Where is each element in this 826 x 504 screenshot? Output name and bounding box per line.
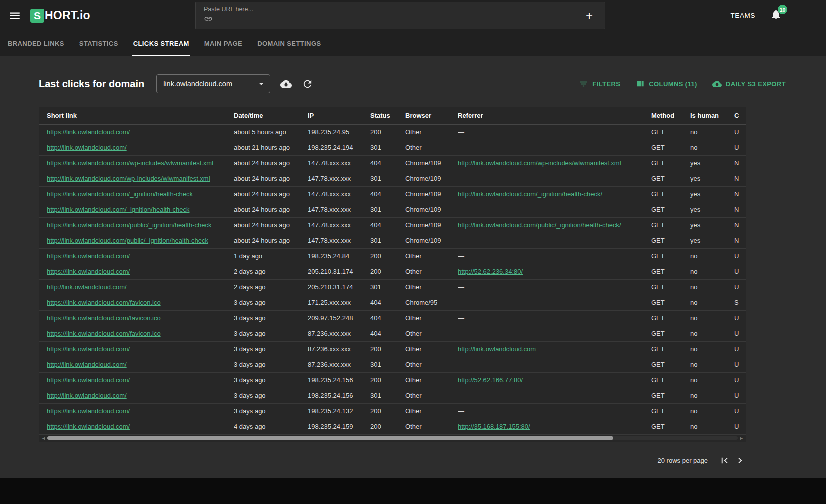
short-link[interactable]: http://link.owlandcloud.com/public/_igni… [47, 237, 208, 244]
country-cell: U [734, 264, 746, 280]
columns-button[interactable]: COLUMNS (11) [635, 80, 697, 89]
ip-cell: 198.235.24.95 [308, 124, 370, 140]
is-human-cell: no [690, 388, 734, 404]
table-row: https://link.owlandcloud.com/favicon.ico… [39, 295, 746, 310]
short-link[interactable]: http://link.owlandcloud.com/ [47, 144, 127, 152]
short-link[interactable]: https://link.owlandcloud.com/ [47, 346, 130, 353]
country-cell: N [734, 171, 746, 186]
method-cell: GET [651, 326, 690, 342]
status-cell: 404 [370, 326, 405, 342]
horizontal-scrollbar[interactable]: ◄ ► [39, 435, 746, 442]
status-cell: 404 [370, 295, 405, 310]
table-row: http://link.owlandcloud.com/2 days ago20… [39, 280, 746, 295]
datetime-cell: about 21 hours ago [234, 140, 308, 156]
menu-button[interactable] [8, 10, 21, 22]
browser-cell: Other [405, 404, 458, 419]
is-human-cell: no [690, 295, 734, 310]
pagination: 20 rows per page [0, 455, 746, 466]
tab-statistics[interactable]: STATISTICS [78, 32, 119, 56]
app: S HORT.io Paste URL here... + TEAMS 10 B… [0, 0, 826, 504]
ip-cell: 198.235.24.132 [308, 404, 370, 419]
short-link[interactable]: https://link.owlandcloud.com/ [47, 423, 130, 430]
short-link[interactable]: http://link.owlandcloud.com/ [47, 392, 127, 400]
short-link[interactable]: https://link.owlandcloud.com/ [47, 376, 130, 384]
short-link[interactable]: https://link.owlandcloud.com/wp-includes… [47, 160, 213, 167]
next-page-button[interactable] [734, 455, 746, 466]
country-cell: U [734, 248, 746, 264]
status-cell: 200 [370, 404, 405, 419]
datetime-cell: 3 days ago [234, 404, 308, 419]
short-link[interactable]: https://link.owlandcloud.com/favicon.ico [47, 299, 161, 306]
scroll-left-icon[interactable]: ◄ [40, 435, 47, 442]
scrollbar-thumb[interactable] [47, 436, 614, 440]
referrer-link[interactable]: http://link.owlandcloud.com/_ignition/he… [458, 190, 602, 198]
filters-button[interactable]: FILTERS [579, 80, 620, 89]
topbar: S HORT.io Paste URL here... + TEAMS 10 [0, 0, 826, 32]
table-row: https://link.owlandcloud.com/_ignition/h… [39, 186, 746, 202]
ip-cell: 147.78.xxx.xxx [308, 171, 370, 186]
tab-domain-settings[interactable]: DOMAIN SETTINGS [256, 32, 322, 56]
method-cell: GET [651, 357, 690, 372]
add-link-button[interactable]: + [586, 10, 593, 22]
country-cell: N [734, 202, 746, 218]
short-link[interactable]: http://link.owlandcloud.com/ [47, 284, 127, 291]
referrer-link[interactable]: http://link.owlandcloud.com/public/_igni… [458, 222, 621, 229]
domain-select[interactable]: link.owlandcloud.com [156, 74, 270, 94]
method-cell: GET [651, 233, 690, 248]
tab-main-page[interactable]: MAIN PAGE [203, 32, 243, 56]
notifications-button[interactable]: 10 [770, 9, 782, 22]
filters-label: FILTERS [592, 80, 620, 88]
daily-s3-export-button[interactable]: DAILY S3 EXPORT [712, 80, 786, 89]
logo[interactable]: S HORT.io [30, 9, 90, 23]
referrer-link[interactable]: http://52.62.236.34:80/ [458, 268, 523, 276]
url-input[interactable]: Paste URL here... [204, 6, 253, 26]
refresh-button[interactable] [302, 78, 313, 90]
col-ip: IP [308, 107, 370, 124]
toolbar: Last clicks for domain link.owlandcloud.… [39, 74, 786, 94]
datetime-cell: about 24 hours ago [234, 171, 308, 186]
notification-badge: 10 [778, 5, 787, 14]
cloud-upload-icon [712, 80, 722, 89]
short-link[interactable]: https://link.owlandcloud.com/ [47, 408, 130, 415]
short-link[interactable]: https://link.owlandcloud.com/ [47, 252, 130, 260]
referrer-link[interactable]: http://link.owlandcloud.com [458, 346, 536, 353]
short-link[interactable]: http://link.owlandcloud.com/wp-includes/… [47, 175, 210, 182]
short-link[interactable]: https://link.owlandcloud.com/ [47, 128, 130, 136]
referrer-cell: — [458, 295, 651, 310]
teams-button[interactable]: TEAMS [730, 12, 755, 20]
scrollbar-track[interactable] [47, 436, 738, 440]
country-cell: U [734, 404, 746, 419]
is-human-cell: yes [690, 233, 734, 248]
referrer-link[interactable]: http://52.62.166.77:80/ [458, 376, 523, 384]
browser-cell: Other [405, 419, 458, 434]
browser-cell: Other [405, 280, 458, 295]
download-button[interactable] [280, 78, 292, 90]
short-link[interactable]: https://link.owlandcloud.com/ [47, 268, 130, 276]
short-link[interactable]: https://link.owlandcloud.com/public/_ign… [47, 222, 212, 229]
browser-cell: Chrome/109 [405, 171, 458, 186]
referrer-cell: — [458, 357, 651, 372]
table-row: http://link.owlandcloud.com/3 days ago19… [39, 388, 746, 404]
referrer-link[interactable]: http://link.owlandcloud.com/wp-includes/… [458, 160, 621, 167]
first-page-button[interactable] [719, 455, 730, 466]
datetime-cell: 3 days ago [234, 388, 308, 404]
tab-branded-links[interactable]: BRANDED LINKS [7, 32, 65, 56]
status-cell: 200 [370, 124, 405, 140]
short-link[interactable]: http://link.owlandcloud.com/ [47, 361, 127, 368]
referrer-link[interactable]: http://35.168.187.155:80/ [458, 423, 530, 430]
short-link[interactable]: https://link.owlandcloud.com/_ignition/h… [47, 190, 193, 198]
col-short-link: Short link [39, 107, 234, 124]
datetime-cell: 3 days ago [234, 372, 308, 388]
short-link[interactable]: https://link.owlandcloud.com/favicon.ico [47, 314, 161, 322]
is-human-cell: yes [690, 186, 734, 202]
short-link[interactable]: https://link.owlandcloud.com/favicon.ico [47, 330, 161, 338]
is-human-cell: no [690, 326, 734, 342]
datetime-cell: 4 days ago [234, 419, 308, 434]
domain-tabs: BRANDED LINKS STATISTICS CLICKS STREAM M… [0, 32, 826, 56]
shorten-url-box[interactable]: Paste URL here... + [195, 2, 605, 30]
tab-clicks-stream[interactable]: CLICKS STREAM [132, 32, 190, 56]
scroll-right-icon[interactable]: ► [738, 435, 745, 442]
short-link[interactable]: http://link.owlandcloud.com/_ignition/he… [47, 206, 189, 214]
country-cell: N [734, 156, 746, 171]
browser-cell: Other [405, 310, 458, 326]
